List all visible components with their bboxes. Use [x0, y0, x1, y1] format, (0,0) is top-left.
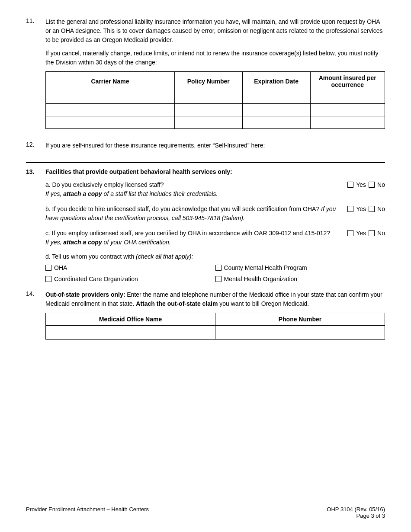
amount-cell-1[interactable]	[310, 91, 385, 104]
section-11-para2: If you cancel, materially change, reduce…	[45, 49, 385, 67]
section-13-header: Facilities that provide outpatient behav…	[45, 168, 385, 175]
footer-right-line2: Page 3 of 3	[327, 513, 385, 519]
expiration-cell-3[interactable]	[242, 116, 310, 129]
question-a-yes-no: Yes No	[347, 181, 385, 188]
table-row	[46, 116, 385, 129]
insurance-col-expiration: Expiration Date	[242, 72, 310, 91]
mho-checkbox[interactable]	[215, 276, 222, 282]
medicaid-col-phone: Phone Number	[215, 313, 385, 326]
insurance-col-policy: Policy Number	[174, 72, 242, 91]
question-d-block: d. Tell us whom you contract with (check…	[45, 253, 385, 282]
cco-checkbox[interactable]	[45, 276, 51, 282]
policy-cell-3[interactable]	[174, 116, 242, 129]
cco-check-item: Coordinated Care Organization	[45, 276, 215, 282]
section-11-number: 11.	[26, 17, 45, 133]
expiration-cell-1[interactable]	[242, 91, 310, 104]
question-c-text: c. If you employ unlicensed staff, are y…	[45, 229, 340, 247]
question-c-no-label: No	[377, 230, 385, 237]
table-row	[46, 104, 385, 116]
question-b-main: b. If you decide to hire unlicensed staf…	[45, 205, 319, 212]
section-14-text4: you want to bill Oregon Medicaid.	[219, 300, 309, 307]
question-c-no-checkbox[interactable]	[369, 230, 375, 236]
policy-cell-2[interactable]	[174, 104, 242, 116]
oha-label: OHA	[54, 264, 67, 271]
section-14-para: Out-of-state providers only: Enter the n…	[45, 290, 385, 308]
carrier-cell-3[interactable]	[46, 116, 175, 129]
carrier-cell-1[interactable]	[46, 91, 175, 104]
footer-right: OHP 3104 (Rev. 05/16) Page 3 of 3	[327, 506, 385, 519]
section-14-content: Out-of-state providers only: Enter the n…	[45, 290, 385, 340]
section-13-block: 13. Facilities that provide outpatient b…	[26, 162, 385, 282]
cmhp-label: County Mental Health Program	[224, 264, 307, 271]
footer: Provider Enrollment Attachment – Health …	[26, 506, 385, 519]
insurance-col-amount: Amount insured per occurrence	[310, 72, 385, 91]
mho-label: Mental Health Organization	[224, 276, 298, 282]
question-b-text: b. If you decide to hire unlicensed staf…	[45, 205, 340, 223]
question-b-yes-checkbox[interactable]	[347, 206, 353, 212]
question-b-yes-no: Yes No	[347, 205, 385, 212]
section-14-bold2: Attach the out-of-state claim	[136, 300, 218, 307]
expiration-cell-2[interactable]	[242, 104, 310, 116]
question-c-yes-no: Yes No	[347, 230, 385, 237]
oha-checkbox[interactable]	[45, 265, 51, 271]
carrier-cell-2[interactable]	[46, 104, 175, 116]
section-12-number: 12.	[26, 141, 45, 154]
medicaid-table: Medicaid Office Name Phone Number	[45, 313, 385, 340]
insurance-col-carrier: Carrier Name	[46, 72, 175, 91]
question-d-text: d. Tell us whom you contract with (check…	[45, 253, 385, 260]
question-a-yes-checkbox[interactable]	[347, 182, 353, 188]
cco-label: Coordinated Care Organization	[54, 276, 138, 282]
section-13-number: 13.	[26, 168, 45, 282]
question-c-sub: If yes, attach a copy of your OHA certif…	[45, 239, 171, 246]
medicaid-col-name: Medicaid Office Name	[46, 313, 215, 326]
section-12: 12. If you are self-insured for these in…	[26, 141, 385, 154]
page: 11. List the general and professional li…	[0, 0, 411, 532]
question-a-sub: If yes, attach a copy of a staff list th…	[45, 190, 218, 197]
question-d-main: d. Tell us whom you contract with (check…	[45, 253, 193, 260]
section-12-text: If you are self-insured for these insura…	[45, 141, 385, 150]
section-14: 14. Out-of-state providers only: Enter t…	[26, 290, 385, 340]
section-11-para1: List the general and professional liabil…	[45, 17, 385, 45]
cmhp-check-item: County Mental Health Program	[215, 264, 385, 271]
section-12-content: If you are self-insured for these insura…	[45, 141, 385, 154]
question-a-yes-label: Yes	[356, 181, 366, 188]
section-11-content: List the general and professional liabil…	[45, 17, 385, 133]
question-d-col1: OHA Coordinated Care Organization	[45, 264, 215, 282]
question-a-text: a. Do you exclusively employ licensed st…	[45, 180, 340, 199]
question-a-block: a. Do you exclusively employ licensed st…	[45, 180, 385, 199]
mho-check-item: Mental Health Organization	[215, 276, 385, 282]
table-row	[46, 91, 385, 104]
section-13-content: Facilities that provide outpatient behav…	[45, 168, 385, 282]
question-a-main: a. Do you exclusively employ licensed st…	[45, 181, 164, 188]
question-c-main: c. If you employ unlicensed staff, are y…	[45, 230, 330, 237]
question-a-no-label: No	[377, 181, 385, 188]
section-13: 13. Facilities that provide outpatient b…	[26, 168, 385, 282]
medicaid-name-cell[interactable]	[46, 326, 215, 340]
policy-cell-1[interactable]	[174, 91, 242, 104]
question-d-checkboxes: OHA Coordinated Care Organization County…	[45, 264, 385, 282]
amount-cell-2[interactable]	[310, 104, 385, 116]
section-14-number: 14.	[26, 290, 45, 340]
cmhp-checkbox[interactable]	[215, 265, 222, 271]
question-b-no-label: No	[377, 205, 385, 212]
medicaid-table-row	[46, 326, 385, 340]
oha-check-item: OHA	[45, 264, 215, 271]
question-b-yes-label: Yes	[356, 205, 366, 212]
question-a-no-checkbox[interactable]	[369, 182, 375, 188]
question-c-yes-checkbox[interactable]	[347, 230, 353, 236]
section-14-bold: Out-of-state providers only:	[45, 291, 125, 298]
section-11: 11. List the general and professional li…	[26, 17, 385, 133]
insurance-table: Carrier Name Policy Number Expiration Da…	[45, 71, 385, 129]
question-d-col2: County Mental Health Program Mental Heal…	[215, 264, 385, 282]
footer-left: Provider Enrollment Attachment – Health …	[26, 506, 149, 519]
amount-cell-3[interactable]	[310, 116, 385, 129]
question-b-block: b. If you decide to hire unlicensed staf…	[45, 205, 385, 223]
question-b-no-checkbox[interactable]	[369, 206, 375, 212]
medicaid-phone-cell[interactable]	[215, 326, 385, 340]
question-c-block: c. If you employ unlicensed staff, are y…	[45, 229, 385, 247]
footer-right-line1: OHP 3104 (Rev. 05/16)	[327, 506, 385, 513]
question-c-yes-label: Yes	[356, 230, 366, 237]
